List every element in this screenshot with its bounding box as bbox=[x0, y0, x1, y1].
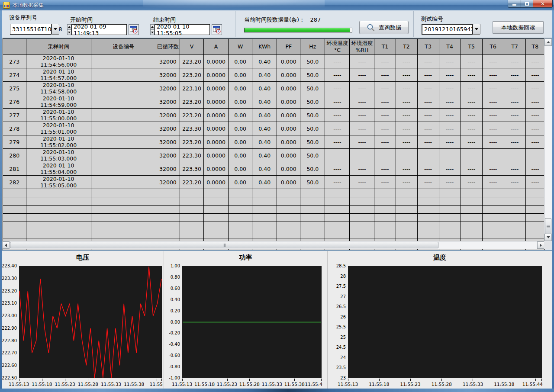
table-cell[interactable]: ---- bbox=[374, 135, 396, 149]
table-cell[interactable]: 223.20 bbox=[180, 95, 203, 109]
device-serial-dropdown-button[interactable] bbox=[52, 24, 59, 35]
table-cell[interactable]: 0.000 bbox=[277, 82, 300, 95]
table-cell[interactable]: ---- bbox=[482, 149, 504, 162]
table-row[interactable]: 2772020-01-10 11:55:00.00032000223.200.0… bbox=[3, 109, 545, 122]
table-cell[interactable]: ---- bbox=[325, 176, 350, 189]
table-cell[interactable]: 50.0 bbox=[300, 122, 325, 135]
table-cell[interactable]: 0.0000 bbox=[204, 135, 229, 149]
table-cell[interactable]: ---- bbox=[461, 149, 482, 162]
table-cell[interactable]: 0.00 bbox=[229, 122, 252, 135]
table-cell[interactable]: ---- bbox=[396, 109, 417, 122]
test-id-dropdown-button[interactable] bbox=[473, 24, 480, 35]
table-cell[interactable]: ---- bbox=[325, 149, 350, 162]
table-cell[interactable]: 223.30 bbox=[180, 149, 203, 162]
table-cell[interactable]: 2020-01-10 11:54:58.000 bbox=[26, 82, 91, 95]
table-cell[interactable]: 2020-01-10 11:54:56.000 bbox=[26, 55, 91, 68]
table-cell[interactable]: ---- bbox=[439, 122, 461, 135]
table-cell[interactable]: 0.000 bbox=[277, 55, 300, 68]
table-cell[interactable]: ---- bbox=[525, 149, 544, 162]
table-cell[interactable]: 0.40 bbox=[252, 68, 277, 82]
table-cell[interactable]: 0.40 bbox=[252, 82, 277, 95]
table-cell[interactable]: 277 bbox=[3, 109, 26, 122]
table-cell[interactable]: ---- bbox=[374, 176, 396, 189]
table-cell[interactable]: 32000 bbox=[156, 82, 180, 95]
table-cell[interactable]: 0.000 bbox=[277, 68, 300, 82]
table-cell[interactable]: 0.0000 bbox=[204, 122, 229, 135]
table-cell[interactable]: ---- bbox=[482, 68, 504, 82]
table-cell[interactable]: ---- bbox=[504, 95, 525, 109]
table-cell[interactable]: ---- bbox=[439, 68, 461, 82]
table-cell[interactable]: 223.10 bbox=[180, 82, 203, 95]
table-cell[interactable]: ---- bbox=[325, 82, 350, 95]
table-cell[interactable]: ---- bbox=[525, 122, 544, 135]
table-cell[interactable]: ---- bbox=[417, 55, 439, 68]
table-cell[interactable]: 0.00 bbox=[229, 162, 252, 176]
table-cell[interactable]: 0.000 bbox=[277, 109, 300, 122]
table-cell[interactable]: 276 bbox=[3, 95, 26, 109]
vertical-scrollbar[interactable] bbox=[544, 39, 552, 241]
table-cell[interactable]: ---- bbox=[482, 95, 504, 109]
table-cell[interactable]: 2020-01-10 11:54:57.000 bbox=[26, 68, 91, 82]
table-cell[interactable]: 0.40 bbox=[252, 95, 277, 109]
table-cell[interactable]: ---- bbox=[417, 95, 439, 109]
table-cell[interactable]: 2020-01-10 11:55:05.000 bbox=[26, 176, 91, 189]
table-row[interactable]: 2742020-01-10 11:54:57.00032000223.200.0… bbox=[3, 68, 545, 82]
table-cell[interactable]: 50.0 bbox=[300, 176, 325, 189]
table-cell[interactable]: ---- bbox=[325, 109, 350, 122]
maximize-button[interactable] bbox=[521, 0, 533, 8]
table-cell[interactable]: 2020-01-10 11:55:03.000 bbox=[26, 149, 91, 162]
table-cell[interactable]: 278 bbox=[3, 122, 26, 135]
table-cell[interactable]: ---- bbox=[461, 82, 482, 95]
table-cell[interactable]: ---- bbox=[325, 95, 350, 109]
table-cell[interactable]: ---- bbox=[461, 162, 482, 176]
table-cell[interactable]: 0.40 bbox=[252, 149, 277, 162]
table-cell[interactable]: 32000 bbox=[156, 109, 180, 122]
table-cell[interactable]: ---- bbox=[504, 82, 525, 95]
table-cell[interactable]: ---- bbox=[482, 82, 504, 95]
table-cell[interactable]: 32000 bbox=[156, 162, 180, 176]
table-cell[interactable] bbox=[91, 68, 156, 82]
table-cell[interactable]: ---- bbox=[504, 162, 525, 176]
table-cell[interactable]: ---- bbox=[374, 82, 396, 95]
table-cell[interactable]: 0.00 bbox=[229, 68, 252, 82]
table-cell[interactable]: ---- bbox=[325, 162, 350, 176]
table-cell[interactable]: ---- bbox=[417, 68, 439, 82]
table-cell[interactable]: 2020-01-10 11:55:01.000 bbox=[26, 122, 91, 135]
local-data-readback-button[interactable]: 本地数据回读 bbox=[493, 21, 544, 34]
table-cell[interactable]: 0.0000 bbox=[204, 149, 229, 162]
table-cell[interactable]: ---- bbox=[350, 95, 374, 109]
table-cell[interactable]: ---- bbox=[396, 176, 417, 189]
table-cell[interactable]: ---- bbox=[525, 162, 544, 176]
table-cell[interactable]: ---- bbox=[325, 135, 350, 149]
table-cell[interactable]: 50.0 bbox=[300, 162, 325, 176]
table-cell[interactable]: ---- bbox=[350, 68, 374, 82]
table-row[interactable]: 2822020-01-10 11:55:05.00032000223.200.0… bbox=[3, 176, 545, 189]
table-cell[interactable]: ---- bbox=[417, 176, 439, 189]
table-cell[interactable]: 0.0000 bbox=[204, 82, 229, 95]
table-cell[interactable]: ---- bbox=[374, 68, 396, 82]
table-cell[interactable]: ---- bbox=[482, 135, 504, 149]
table-cell[interactable]: ---- bbox=[439, 149, 461, 162]
table-cell[interactable]: 223.20 bbox=[180, 55, 203, 68]
table-cell[interactable]: 0.0000 bbox=[204, 95, 229, 109]
table-cell[interactable]: 0.000 bbox=[277, 149, 300, 162]
table-cell[interactable] bbox=[91, 55, 156, 68]
table-cell[interactable]: 0.00 bbox=[229, 135, 252, 149]
end-time-field[interactable]: 2020-01-10 11:55:05 bbox=[155, 24, 210, 35]
horizontal-scrollbar[interactable] bbox=[2, 241, 545, 249]
table-cell[interactable]: ---- bbox=[504, 55, 525, 68]
table-cell[interactable]: 279 bbox=[3, 135, 26, 149]
table-cell[interactable]: ---- bbox=[374, 95, 396, 109]
table-cell[interactable]: ---- bbox=[439, 162, 461, 176]
table-cell[interactable]: ---- bbox=[396, 135, 417, 149]
table-cell[interactable]: 223.20 bbox=[180, 176, 203, 189]
close-button[interactable]: ✕ bbox=[533, 0, 553, 8]
table-cell[interactable]: ---- bbox=[504, 176, 525, 189]
table-cell[interactable]: ---- bbox=[417, 149, 439, 162]
table-cell[interactable]: 0.0000 bbox=[204, 55, 229, 68]
table-cell[interactable]: ---- bbox=[525, 95, 544, 109]
table-cell[interactable]: ---- bbox=[325, 122, 350, 135]
table-cell[interactable]: ---- bbox=[396, 122, 417, 135]
table-cell[interactable]: ---- bbox=[525, 55, 544, 68]
table-cell[interactable]: 0.40 bbox=[252, 135, 277, 149]
